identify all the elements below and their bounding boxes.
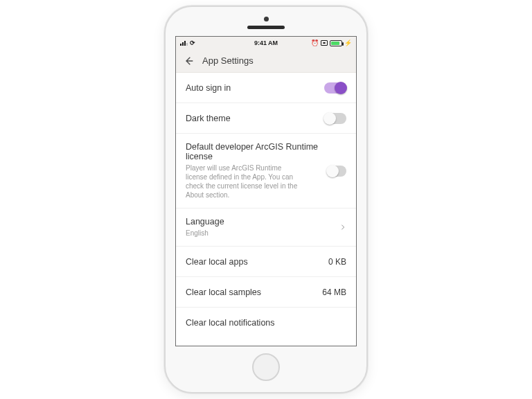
- status-bar-right: ⏰ ⚡: [311, 39, 352, 46]
- dark-theme-label: Dark theme: [186, 114, 231, 123]
- auto-sign-in-label: Auto sign in: [186, 83, 231, 93]
- row-auto-sign-in[interactable]: Auto sign in: [176, 73, 356, 103]
- back-button[interactable]: [183, 55, 195, 67]
- row-runtime-license[interactable]: Default developer ArcGIS Runtime license…: [176, 134, 356, 209]
- row-clear-local-samples[interactable]: Clear local samples 64 MB: [176, 277, 356, 308]
- home-button[interactable]: [252, 353, 280, 381]
- clear-local-samples-label: Clear local samples: [186, 287, 261, 297]
- phone-frame: ⟳ 9:41 AM ⏰ ⚡ App Settings Auto sign in: [164, 6, 368, 393]
- back-arrow-icon: [184, 55, 195, 66]
- row-language[interactable]: Language English: [176, 209, 356, 247]
- row-clear-local-notifications[interactable]: Clear local notifications: [176, 308, 356, 338]
- battery-icon: [330, 40, 342, 46]
- clear-local-notifications-label: Clear local notifications: [186, 318, 275, 328]
- phone-camera: [264, 17, 269, 21]
- chevron-right-icon: [339, 221, 346, 233]
- language-label: Language: [186, 217, 224, 227]
- signal-icon: [180, 41, 188, 46]
- page-title: App Settings: [202, 55, 254, 66]
- row-clear-local-apps[interactable]: Clear local apps 0 KB: [176, 247, 356, 277]
- orientation-lock-icon: [321, 40, 328, 46]
- status-bar-time: 9:41 AM: [254, 39, 278, 46]
- screen: ⟳ 9:41 AM ⏰ ⚡ App Settings Auto sign in: [175, 36, 357, 346]
- status-bar: ⟳ 9:41 AM ⏰ ⚡: [176, 37, 356, 49]
- dark-theme-toggle[interactable]: [324, 113, 346, 124]
- carrier-glyph: ⟳: [190, 39, 195, 46]
- alarm-icon: ⏰: [311, 39, 319, 46]
- settings-list: Auto sign in Dark theme Default develope…: [176, 73, 356, 346]
- row-dark-theme[interactable]: Dark theme: [176, 103, 356, 134]
- phone-speaker: [247, 26, 285, 29]
- clear-local-apps-label: Clear local apps: [186, 257, 248, 267]
- runtime-license-label: Default developer ArcGIS Runtime license: [186, 142, 327, 161]
- charging-icon: ⚡: [344, 39, 352, 46]
- clear-local-samples-value: 64 MB: [322, 287, 346, 297]
- status-bar-left: ⟳: [180, 39, 195, 46]
- runtime-license-toggle[interactable]: [327, 166, 346, 177]
- clear-local-apps-value: 0 KB: [328, 257, 346, 267]
- auto-sign-in-toggle[interactable]: [324, 82, 346, 94]
- language-value: English: [186, 229, 224, 238]
- nav-header: App Settings: [176, 49, 356, 73]
- runtime-license-sub: Player will use ArcGIS Runtime license d…: [186, 163, 303, 200]
